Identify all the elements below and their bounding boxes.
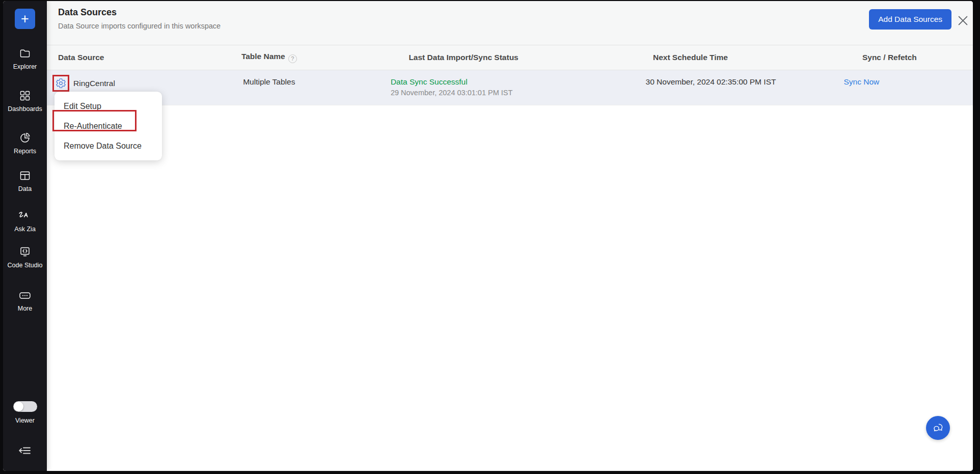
pie-chart-icon <box>19 132 31 144</box>
sync-status-cell: Data Sync Successful 29 November, 2024 0… <box>352 77 575 97</box>
column-header-sync-refetch: Sync / Refetch <box>806 53 973 62</box>
folder-icon <box>19 47 31 60</box>
sidebar-item-label: Code Studio <box>6 262 45 269</box>
zia-signature-icon <box>17 210 33 222</box>
data-source-context-menu: Edit Setup Re-Authenticate Remove Data S… <box>55 92 162 160</box>
viewer-toggle-knob <box>14 402 23 411</box>
menu-item-re-authenticate[interactable]: Re-Authenticate <box>55 116 162 136</box>
sidebar-item-label: More <box>16 305 34 313</box>
close-panel-button[interactable] <box>955 13 971 30</box>
page-title: Data Sources <box>58 7 117 18</box>
main-panel: Data Sources Data Source imports configu… <box>47 1 973 471</box>
app-window: + Explorer Dashboards <box>3 1 973 471</box>
sidebar-item-dashboards[interactable]: Dashboards <box>3 90 47 113</box>
column-header-next-schedule: Next Schedule Time <box>575 53 806 62</box>
gear-annotation-box <box>52 75 69 92</box>
page-subtitle: Data Source imports configured in this w… <box>58 22 221 30</box>
viewer-toggle-label: Viewer <box>13 417 37 425</box>
sidebar: + Explorer Dashboards <box>3 1 47 471</box>
add-data-sources-button[interactable]: Add Data Sources <box>869 9 951 30</box>
page-header: Data Sources Data Source imports configu… <box>47 1 973 45</box>
table-name-help-icon[interactable]: ? <box>288 54 297 63</box>
menu-item-edit-setup[interactable]: Edit Setup <box>55 96 162 116</box>
data-source-cell: RingCentral <box>47 75 186 92</box>
gear-icon[interactable] <box>56 78 66 89</box>
sync-status-text: Data Sync Successful <box>391 77 575 87</box>
table-header-row: Data Source Table Name? Last Data Import… <box>47 45 973 70</box>
column-header-sync-status: Last Data Import/Sync Status <box>352 53 575 62</box>
table-row: RingCentral Multiple Tables Data Sync Su… <box>47 70 973 105</box>
sidebar-item-code-studio[interactable]: Code Studio <box>3 246 47 269</box>
sidebar-item-explorer[interactable]: Explorer <box>3 47 47 71</box>
close-x-icon <box>956 14 970 30</box>
sidebar-item-reports[interactable]: Reports <box>3 132 47 155</box>
chat-support-button[interactable] <box>926 416 950 440</box>
table-name-cell: Multiple Tables <box>186 77 352 87</box>
column-header-table-name: Table Name? <box>186 52 352 63</box>
table-icon <box>19 170 31 182</box>
sidebar-item-label: Dashboards <box>6 105 44 113</box>
sync-action-cell: Sync Now <box>806 77 973 87</box>
menu-item-remove-data-source[interactable]: Remove Data Source <box>55 136 162 156</box>
collapse-arrow-icon <box>18 445 32 458</box>
viewer-toggle[interactable] <box>13 401 37 412</box>
collapse-sidebar-button[interactable] <box>3 445 47 458</box>
sidebar-item-label: Ask Zia <box>12 226 38 233</box>
sidebar-item-label: Data <box>16 185 34 193</box>
sidebar-item-label: Reports <box>12 148 38 155</box>
sidebar-item-label: Explorer <box>11 63 39 71</box>
create-new-button[interactable]: + <box>15 9 35 29</box>
viewer-mode-control: Viewer <box>3 401 47 425</box>
sync-now-link[interactable]: Sync Now <box>843 77 879 86</box>
sidebar-item-more[interactable]: More <box>3 289 47 313</box>
data-source-name: RingCentral <box>73 79 115 88</box>
sidebar-item-ask-zia[interactable]: Ask Zia <box>3 210 47 233</box>
ellipsis-icon <box>18 289 32 301</box>
sync-status-timestamp: 29 November, 2024 03:01:01 PM IST <box>391 89 575 97</box>
column-header-data-source: Data Source <box>47 53 186 62</box>
chat-support-icon <box>932 422 945 435</box>
sidebar-item-data[interactable]: Data <box>3 170 47 193</box>
grid-icon <box>19 90 31 102</box>
next-schedule-cell: 30 November, 2024 02:35:00 PM IST <box>575 77 806 87</box>
code-window-icon <box>19 246 31 258</box>
